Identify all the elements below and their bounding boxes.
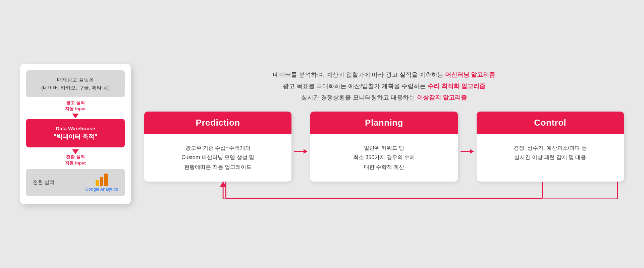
prediction-body-text: 광고주 기준 수십~수백개의Custom 머신러닝 모델 생성 및현황에따른 자… [181,145,254,170]
planning-body-text: 일단위 키워드 당최소 350가지 경우의 수에대한 수학적 계산 [353,145,415,170]
description-line2: 광고 목표를 극대화하는 예산/입찰가 계획을 수립하는 수리 최적화 알고리즘 [144,80,624,92]
feedback-arrow-overlay [144,182,624,199]
svg-marker-1 [304,149,308,154]
data-warehouse-box: Data Warehouse "빅데이터 축적" [26,119,125,147]
media-platform-box: 매체광고 플랫폼 (네이버, 카카오, 구글, 메타 등) [26,70,125,97]
media-platform-text-line1: 매체광고 플랫폼 [57,77,94,82]
control-body-text: 경쟁, 성수기, 예산과소/과다 등실시간 이상 패턴 감지 및 대응 [514,145,587,160]
conversion-text: 전환 실적 [33,179,54,186]
ga-bars-icon [96,174,108,186]
top-description: 데이터를 분석하여, 예산과 입찰가에 따라 광고 실적을 예측하는 머신러닝 … [144,69,624,104]
google-analytics-logo: Google Analytics [85,174,118,192]
svg-marker-3 [470,149,474,154]
ga-label: Google Analytics [85,187,118,192]
control-body: 경쟁, 성수기, 예산과소/과다 등실시간 이상 패턴 감지 및 대응 [477,134,624,182]
planning-header: Planning [310,112,458,134]
svg-marker-11 [220,182,226,187]
arrow-right-icon-1 [294,147,308,155]
conversion-box: 전환 실적 Google Analytics [26,169,125,196]
feedback-arrow-container [144,182,624,199]
arrow-label-bottom: 전환 실적 자동 Input [65,154,86,166]
arrow-label-top: 광고 실적 자동 Input [65,100,86,112]
arrow-down-bottom [72,149,79,154]
control-header: Control [477,112,624,134]
prediction-box: Prediction 광고주 기준 수십~수백개의Custom 머신러닝 모델 … [144,112,291,182]
planning-body: 일단위 키워드 당최소 350가지 경우의 수에대한 수학적 계산 [310,134,458,182]
left-panel: 매체광고 플랫폼 (네이버, 카카오, 구글, 메타 등) 광고 실적 자동 I… [20,64,131,204]
prediction-body: 광고주 기준 수십~수백개의Custom 머신러닝 모델 생성 및현황에따른 자… [144,134,291,182]
arrow-down-top [72,114,79,118]
media-platform-text-line2: (네이버, 카카오, 구글, 메타 등) [41,85,110,90]
main-container: 매체광고 플랫폼 (네이버, 카카오, 구글, 메타 등) 광고 실적 자동 I… [20,64,624,204]
dw-title: Data Warehouse [33,126,118,131]
planning-box: Planning 일단위 키워드 당최소 350가지 경우의 수에대한 수학적 … [310,112,458,182]
arrow-right-icon-2 [461,147,474,155]
process-section: Prediction 광고주 기준 수십~수백개의Custom 머신러닝 모델 … [144,112,624,199]
arrow-connector-1 [291,112,310,182]
boxes-row: Prediction 광고주 기준 수십~수백개의Custom 머신러닝 모델 … [144,112,624,182]
description-line3: 실시간 경쟁상황을 모니터링하고 대응하는 이상감지 알고리즘 [144,92,624,103]
prediction-header: Prediction [144,112,291,134]
control-box: Control 경쟁, 성수기, 예산과소/과다 등실시간 이상 패턴 감지 및… [477,112,624,182]
dw-subtitle: "빅데이터 축적" [33,133,118,141]
arrow-block-bottom: 전환 실적 자동 Input [26,147,125,169]
right-section: 데이터를 분석하여, 예산과 입찰가에 따라 광고 실적을 예측하는 머신러닝 … [144,69,624,199]
arrow-connector-2 [458,112,477,182]
description-line1: 데이터를 분석하여, 예산과 입찰가에 따라 광고 실적을 예측하는 머신러닝 … [144,69,624,80]
arrow-block-top: 광고 실적 자동 Input [26,97,125,119]
